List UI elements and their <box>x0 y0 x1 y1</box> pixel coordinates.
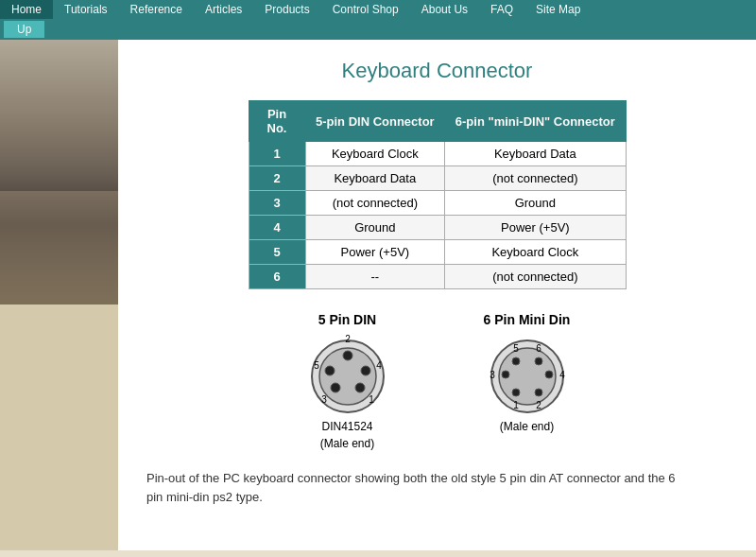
6pin-svg: 1 2 3 4 5 6 <box>475 331 579 416</box>
table-cell: 3 <box>249 191 305 216</box>
table-cell: Ground <box>305 216 445 240</box>
nav-about-us[interactable]: About Us <box>410 0 479 19</box>
nav-site-map[interactable]: Site Map <box>524 0 592 19</box>
svg-point-2 <box>355 383 365 392</box>
table-cell: Power (+5V) <box>305 240 445 265</box>
svg-text:2: 2 <box>536 400 541 410</box>
svg-text:3: 3 <box>321 394 327 405</box>
nav-reference[interactable]: Reference <box>119 0 194 19</box>
description: Pin-out of the PC keyboard connector sho… <box>146 469 695 506</box>
diagram-6pin-title: 6 Pin Mini Din <box>475 312 579 327</box>
table-cell: 4 <box>249 216 305 240</box>
table-header-din5: 5-pin DIN Connector <box>305 101 445 142</box>
diagram-6pin: 6 Pin Mini Din <box>475 312 579 450</box>
table-cell: -- <box>305 265 445 289</box>
diagram-5pin-title: 5 Pin DIN <box>296 312 400 327</box>
table-cell: 6 <box>249 265 305 289</box>
table-cell: Power (+5V) <box>445 216 626 240</box>
svg-text:6: 6 <box>536 343 541 354</box>
navigation: Home Tutorials Reference Articles Produc… <box>0 0 756 19</box>
table-row: 3(not connected)Ground <box>249 191 626 216</box>
table-row: 1Keyboard ClockKeyboard Data <box>249 142 626 166</box>
svg-point-14 <box>512 389 520 396</box>
nav-faq[interactable]: FAQ <box>479 0 524 19</box>
svg-text:1: 1 <box>369 394 374 405</box>
upbar: Up <box>0 19 756 40</box>
nav-articles[interactable]: Articles <box>194 0 253 19</box>
svg-text:5: 5 <box>513 343 519 354</box>
diagram-5pin: 5 Pin DIN 2 <box>296 312 400 450</box>
svg-point-19 <box>535 357 542 365</box>
svg-text:4: 4 <box>376 360 382 371</box>
table-row: 4GroundPower (+5V) <box>249 216 626 240</box>
table-cell: 2 <box>249 166 305 191</box>
svg-text:5: 5 <box>314 360 319 371</box>
table-cell: (not connected) <box>305 191 445 216</box>
nav-tutorials[interactable]: Tutorials <box>53 0 119 19</box>
svg-point-3 <box>343 351 352 360</box>
sidebar-image <box>0 40 118 305</box>
table-row: 2Keyboard Data(not connected) <box>249 166 626 191</box>
svg-text:1: 1 <box>513 400 519 410</box>
table-cell: Ground <box>445 191 626 216</box>
nav-products[interactable]: Products <box>253 0 320 19</box>
svg-text:4: 4 <box>559 370 565 380</box>
diagram-6pin-label: (Male end) <box>475 420 579 433</box>
table-cell: (not connected) <box>445 265 626 289</box>
main-content: Keyboard Connector Pin No. 5-pin DIN Con… <box>118 40 756 550</box>
svg-point-5 <box>361 366 370 375</box>
table-cell: Keyboard Clock <box>305 142 445 166</box>
svg-point-4 <box>331 383 340 392</box>
table-body: 1Keyboard ClockKeyboard Data2Keyboard Da… <box>249 142 626 289</box>
svg-point-15 <box>535 389 542 396</box>
table-row: 6--(not connected) <box>249 265 626 289</box>
svg-point-16 <box>502 371 509 378</box>
table-header-minidin6: 6-pin "mini-DIN" Connector <box>445 101 626 142</box>
table-cell: Keyboard Data <box>305 166 445 191</box>
table-row: 5Power (+5V)Keyboard Clock <box>249 240 626 265</box>
sidebar <box>0 40 118 550</box>
diagram-5pin-label: (Male end) <box>296 437 400 450</box>
diagram-5pin-sub: DIN41524 <box>296 420 400 433</box>
svg-text:3: 3 <box>490 370 495 380</box>
diagrams: 5 Pin DIN 2 <box>146 312 728 450</box>
table-cell: Keyboard Data <box>445 142 626 166</box>
svg-text:2: 2 <box>345 334 351 344</box>
table-header-pin: Pin No. <box>249 101 305 142</box>
svg-point-17 <box>545 371 553 378</box>
nav-home[interactable]: Home <box>0 0 53 19</box>
table-cell: 1 <box>249 142 305 166</box>
svg-point-18 <box>512 357 520 365</box>
5pin-svg: 2 4 1 3 5 <box>296 331 400 416</box>
page-title: Keyboard Connector <box>146 59 728 83</box>
table-cell: Keyboard Clock <box>445 240 626 265</box>
layout: Keyboard Connector Pin No. 5-pin DIN Con… <box>0 40 756 550</box>
svg-point-6 <box>325 366 335 375</box>
nav-control-shop[interactable]: Control Shop <box>321 0 410 19</box>
up-button[interactable]: Up <box>4 21 44 38</box>
table-cell: (not connected) <box>445 166 626 191</box>
connector-table: Pin No. 5-pin DIN Connector 6-pin "mini-… <box>249 100 627 289</box>
table-cell: 5 <box>249 240 305 265</box>
